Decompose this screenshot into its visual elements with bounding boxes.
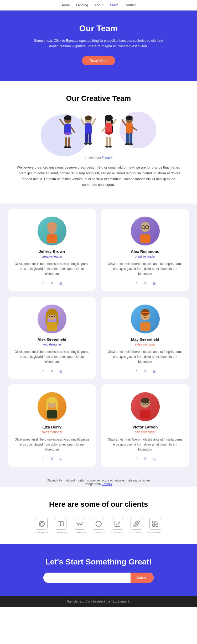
- social-icons-victor: f 𝕏 ◎: [106, 456, 184, 462]
- svg-rect-11: [85, 123, 92, 134]
- avatar-jeffrey: [38, 217, 66, 245]
- member-name-alex-g: Alex Greenfield: [13, 337, 91, 342]
- svg-point-36: [125, 143, 129, 145]
- team-grid: Jeffrey Brown creative leader Glavi amet…: [0, 203, 197, 475]
- logo-label-7: COMPANY: [148, 531, 162, 534]
- nav-landing[interactable]: Landing: [76, 3, 88, 7]
- member-role-liza: sales manager: [13, 430, 91, 434]
- hero-section: Our Team Sample text. Click to Egestas e…: [0, 11, 197, 81]
- nav-about[interactable]: About: [95, 3, 103, 7]
- logo-label-6: COMPANY: [129, 531, 143, 534]
- read-more-button[interactable]: Read More: [82, 56, 115, 65]
- illustration-person-2: [79, 114, 97, 151]
- social-icons-liza: f 𝕏 ◎: [13, 456, 91, 462]
- instagram-icon-4[interactable]: ◎: [151, 368, 157, 374]
- member-role-alex-g: web designer: [13, 343, 91, 346]
- svg-line-35: [133, 127, 136, 130]
- cta-title: Let's Start Something Great!: [32, 557, 165, 566]
- svg-point-71: [40, 522, 43, 525]
- avatar-victor: [131, 392, 160, 421]
- avatar-alex-r: [131, 217, 160, 245]
- member-desc-jeffrey: Glavi amet ritnisl libero molestie ante …: [13, 261, 91, 277]
- svg-rect-81: [156, 521, 158, 523]
- illustration-person-1: [59, 114, 77, 151]
- client-logo-7: COMPANY: [148, 518, 162, 534]
- clients-title: Here are some of our clients: [11, 500, 186, 509]
- bottom-bar-text: Sample text. Click to select the Text El…: [67, 600, 130, 603]
- facebook-icon-4[interactable]: f: [133, 368, 139, 374]
- nav-team[interactable]: Team: [110, 3, 118, 7]
- svg-line-67: [148, 403, 150, 403]
- freepik-link[interactable]: Freepik: [102, 156, 112, 159]
- member-role-may: sales manager: [106, 343, 184, 346]
- member-name-victor: Victor Larson: [106, 425, 184, 429]
- svg-rect-49: [140, 234, 151, 243]
- team-card-may: May Greenfield sales manager Glavi amet …: [101, 297, 189, 379]
- facebook-icon-5[interactable]: f: [40, 456, 46, 462]
- instagram-icon-2[interactable]: ◎: [151, 280, 157, 286]
- social-icons-jeffrey: f 𝕏 ◎: [13, 280, 91, 286]
- instagram-icon-6[interactable]: ◎: [151, 456, 157, 462]
- freepik-link-2[interactable]: Freepik: [102, 482, 112, 486]
- svg-point-30: [126, 116, 133, 120]
- cta-submit-button[interactable]: Submit: [131, 573, 154, 583]
- svg-rect-73: [61, 522, 63, 526]
- svg-rect-26: [109, 137, 111, 146]
- client-logos-container: COMPANY COMPANY COMPANY: [11, 518, 186, 534]
- svg-point-39: [47, 222, 57, 229]
- svg-line-3: [60, 119, 64, 125]
- svg-rect-33: [129, 133, 132, 144]
- svg-point-37: [129, 143, 133, 145]
- logo-label-2: COMPANY: [54, 531, 68, 534]
- twitter-icon[interactable]: 𝕏: [49, 280, 55, 286]
- logo-icon-2: [55, 518, 66, 530]
- member-name-may: May Greenfield: [106, 337, 184, 342]
- avatar-alex-g: [38, 305, 66, 333]
- svg-line-15: [92, 119, 95, 125]
- team-footer-text: Glavrida for habitant morbi tristique se…: [8, 479, 189, 482]
- bottom-bar: Sample text. Click to select the Text El…: [0, 596, 197, 607]
- cta-section: Let's Start Something Great! Submit: [0, 544, 197, 596]
- svg-rect-2: [64, 124, 71, 134]
- twitter-icon-3[interactable]: 𝕏: [49, 368, 55, 374]
- svg-point-28: [108, 146, 112, 148]
- navigation: Home Landing About Team Contact: [0, 0, 197, 11]
- social-icons-alex-r: f 𝕏 ◎: [106, 280, 184, 286]
- svg-point-70: [39, 521, 44, 526]
- nav-home[interactable]: Home: [61, 3, 70, 7]
- logo-icon-6: [131, 518, 142, 530]
- client-logo-3: COMPANY: [73, 518, 86, 534]
- nav-contact[interactable]: Contact: [125, 3, 137, 7]
- facebook-icon-3[interactable]: f: [40, 368, 46, 374]
- cta-email-input[interactable]: [43, 573, 131, 583]
- client-logo-2: COMPANY: [54, 518, 68, 534]
- svg-rect-5: [65, 137, 67, 147]
- team-card-liza: Liza Berry sales manager Glavi amet ritn…: [8, 384, 96, 467]
- member-role-victor: sales manager: [106, 430, 184, 434]
- logo-icon-4: [93, 518, 104, 530]
- svg-rect-61: [47, 410, 57, 418]
- team-description: We believe great organisations deserve g…: [14, 165, 183, 188]
- svg-line-23: [112, 119, 116, 125]
- twitter-icon-4[interactable]: 𝕏: [142, 368, 148, 374]
- logo-label-1: COMPANY: [35, 531, 49, 534]
- client-logo-5: COMPANY: [111, 518, 124, 534]
- svg-line-66: [141, 403, 142, 403]
- facebook-icon-2[interactable]: f: [133, 280, 139, 286]
- instagram-icon[interactable]: ◎: [58, 280, 64, 286]
- twitter-icon-2[interactable]: 𝕏: [142, 280, 148, 286]
- svg-rect-80: [153, 521, 155, 523]
- svg-line-14: [81, 119, 85, 125]
- instagram-icon-5[interactable]: ◎: [58, 456, 64, 462]
- svg-rect-58: [140, 322, 151, 331]
- instagram-icon-3[interactable]: ◎: [58, 368, 64, 374]
- logo-icon-5: [112, 518, 123, 530]
- facebook-icon-6[interactable]: f: [133, 456, 139, 462]
- client-logo-6: COMPANY: [129, 518, 143, 534]
- svg-rect-55: [47, 322, 57, 331]
- twitter-icon-5[interactable]: 𝕏: [49, 456, 55, 462]
- member-desc-alex-r: Glavi amet ritnisl libero molestie ante …: [106, 261, 184, 277]
- facebook-icon[interactable]: f: [40, 280, 46, 286]
- svg-point-17: [88, 143, 92, 145]
- twitter-icon-6[interactable]: 𝕏: [142, 456, 148, 462]
